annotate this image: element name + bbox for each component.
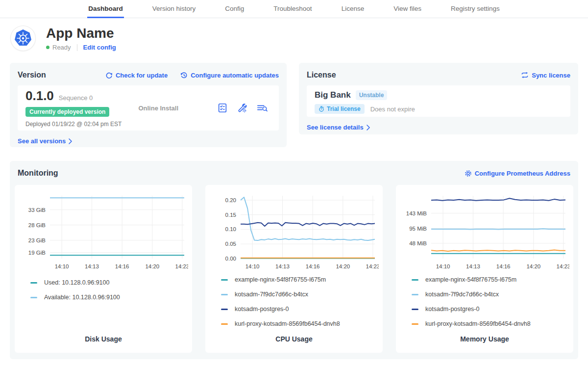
legend-item: kotsadm-postgres-0 <box>412 306 569 313</box>
app-name: App Name <box>46 26 116 41</box>
license-customer-name: Big Bank <box>315 90 351 100</box>
check-for-update-button[interactable]: Check for update <box>105 72 168 79</box>
legend-swatch <box>221 279 228 281</box>
tab-dashboard[interactable]: Dashboard <box>87 0 124 18</box>
version-title: Version <box>18 71 46 79</box>
tab-config[interactable]: Config <box>224 0 245 18</box>
legend-label: kotsadm-7f9dc7d66c-b4tcx <box>235 291 308 298</box>
svg-text:14:13: 14:13 <box>275 263 290 269</box>
legend-item: Available: 10.128.0.96:9100 <box>30 294 188 301</box>
disk-usage-chart: 14:1014:1314:1614:2014:2319 GiB23 GiB28 … <box>19 190 188 272</box>
see-all-versions-link[interactable]: See all versions <box>18 137 72 145</box>
legend-item: kotsadm-7f9dc7d66c-b4tcx <box>412 291 569 298</box>
disk-usage-card: 14:1014:1314:1614:2014:2319 GiB23 GiB28 … <box>15 185 192 353</box>
charts-row: 14:1014:1314:1614:2014:2319 GiB23 GiB28 … <box>15 185 573 353</box>
memory-usage-chart: 14:1014:1314:1614:2014:2348 MiB95 MiB143… <box>400 190 569 269</box>
stopwatch-icon <box>318 106 324 112</box>
kubernetes-icon <box>13 28 33 48</box>
svg-text:28 GiB: 28 GiB <box>28 222 46 228</box>
disk-usage-legend: Used: 10.128.0.96:9100Available: 10.128.… <box>30 279 188 309</box>
tab-license[interactable]: License <box>341 0 366 18</box>
cpu-usage-title: CPU Usage <box>209 335 379 345</box>
legend-swatch <box>412 294 418 295</box>
tab-view-files[interactable]: View files <box>392 0 422 18</box>
memory-usage-legend: example-nginx-54f8f76755-l675mkotsadm-7f… <box>412 276 569 335</box>
trial-license-badge: Trial license <box>315 104 365 114</box>
edit-config-wrench-icon[interactable] <box>237 103 247 113</box>
svg-text:33 GiB: 33 GiB <box>28 207 46 213</box>
license-card: License Sync license Big Bank Unstable <box>299 63 578 134</box>
tab-troubleshoot[interactable]: Troubleshoot <box>272 0 313 18</box>
svg-text:19 GiB: 19 GiB <box>28 250 46 256</box>
legend-item: kotsadm-postgres-0 <box>221 306 379 313</box>
version-sequence: Sequence 0 <box>59 94 93 102</box>
configure-automatic-updates-button[interactable]: Configure automatic updates <box>180 72 279 79</box>
legend-item: kotsadm-7f9dc7d66c-b4tcx <box>221 291 379 298</box>
legend-label: Available: 10.128.0.96:9100 <box>44 294 120 301</box>
legend-swatch <box>412 323 418 325</box>
svg-text:14:10: 14:10 <box>436 263 450 269</box>
legend-item: kurl-proxy-kotsadm-8569fb6454-dnvh8 <box>221 320 379 327</box>
legend-item: example-nginx-54f8f76755-l675m <box>221 276 379 283</box>
gear-icon <box>465 170 472 177</box>
see-license-details-link[interactable]: See license details <box>307 124 370 131</box>
svg-text:95 MiB: 95 MiB <box>409 226 427 232</box>
cpu-usage-card: 14:1014:1314:1614:2014:230.000.050.100.1… <box>205 185 383 353</box>
svg-text:143 MiB: 143 MiB <box>406 210 427 216</box>
legend-swatch <box>221 323 228 325</box>
ready-status-dot <box>46 46 49 49</box>
legend-label: kurl-proxy-kotsadm-8569fb6454-dnvh8 <box>235 320 340 327</box>
svg-text:0.00: 0.00 <box>225 256 236 261</box>
memory-usage-title: Memory Usage <box>400 335 569 345</box>
legend-label: Used: 10.128.0.96:9100 <box>44 279 109 286</box>
sync-license-button[interactable]: Sync license <box>521 72 570 79</box>
deployed-timestamp: Deployed 01/19/22 @ 02:04 pm EST <box>25 121 138 128</box>
svg-text:14:20: 14:20 <box>526 263 540 269</box>
svg-text:14:20: 14:20 <box>145 263 159 269</box>
channel-badge: Unstable <box>356 90 388 100</box>
svg-text:14:16: 14:16 <box>496 263 511 269</box>
schedule-update-icon <box>180 72 188 79</box>
configure-prometheus-button[interactable]: Configure Prometheus Address <box>465 170 570 177</box>
legend-item: example-nginx-54f8f76755-l675m <box>412 276 569 283</box>
svg-text:0.10: 0.10 <box>225 226 236 232</box>
version-card: Version Check for update <box>10 63 287 147</box>
tab-registry-settings[interactable]: Registry settings <box>450 0 501 18</box>
preflight-checks-icon[interactable] <box>217 103 228 113</box>
legend-swatch <box>30 297 37 298</box>
monitoring-section: Monitoring Configure Prometheus Address … <box>10 161 578 359</box>
cpu-usage-legend: example-nginx-54f8f76755-l675mkotsadm-7f… <box>221 276 379 335</box>
legend-item: Used: 10.128.0.96:9100 <box>30 279 188 286</box>
cpu-usage-chart: 14:1014:1314:1614:2014:230.000.050.100.1… <box>209 190 379 269</box>
svg-text:14:23: 14:23 <box>366 263 379 269</box>
legend-swatch <box>412 309 418 310</box>
deployed-badge: Currently deployed version <box>25 107 109 117</box>
svg-text:14:20: 14:20 <box>336 263 350 269</box>
legend-swatch <box>412 279 418 281</box>
view-logs-icon[interactable] <box>256 103 268 113</box>
monitoring-title: Monitoring <box>18 169 58 178</box>
install-type: Online Install <box>138 105 217 112</box>
top-nav: Dashboard Version history Config Trouble… <box>0 0 588 18</box>
license-details-card: Big Bank Unstable Trial license Does not… <box>307 85 570 117</box>
tab-version-history[interactable]: Version history <box>151 0 197 18</box>
app-header: App Name Ready Edit config <box>10 26 578 51</box>
edit-config-link[interactable]: Edit config <box>83 44 116 51</box>
version-number: 0.1.0 <box>25 88 54 104</box>
divider <box>77 44 77 51</box>
app-status: Ready <box>52 44 71 51</box>
legend-label: kotsadm-7f9dc7d66c-b4tcx <box>425 291 499 298</box>
svg-text:14:13: 14:13 <box>85 263 99 269</box>
svg-text:0.20: 0.20 <box>225 197 236 203</box>
app-logo <box>11 26 35 51</box>
svg-text:14:16: 14:16 <box>306 263 320 269</box>
svg-text:48 MiB: 48 MiB <box>409 240 427 246</box>
refresh-icon <box>105 72 113 79</box>
chevron-right-icon <box>367 125 370 131</box>
svg-text:14:23: 14:23 <box>556 263 569 269</box>
svg-text:14:10: 14:10 <box>55 263 69 269</box>
chevron-right-icon <box>69 138 72 144</box>
legend-swatch <box>30 282 37 284</box>
legend-label: kotsadm-postgres-0 <box>425 306 479 313</box>
svg-text:0.15: 0.15 <box>225 212 236 218</box>
